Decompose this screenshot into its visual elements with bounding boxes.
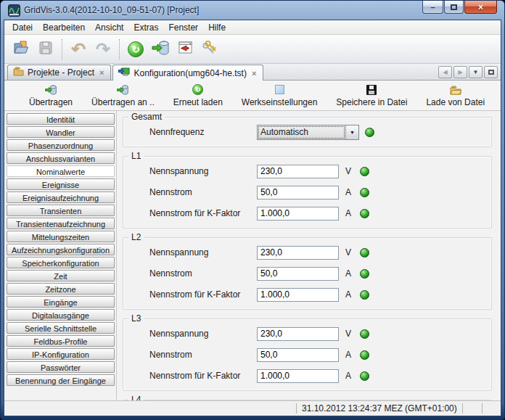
config-device-icon <box>118 67 130 79</box>
sidebar-item-nominalwerte[interactable]: Nominalwerte <box>7 165 115 177</box>
status-led <box>360 167 369 176</box>
sidebar-item-eingaenge[interactable]: Eingänge <box>7 296 115 308</box>
close-button[interactable]: × <box>464 1 497 14</box>
tab-list-button[interactable]: ▼ <box>469 66 483 78</box>
save-button[interactable] <box>33 38 58 61</box>
nominalwerte-form: Gesamt Nennfrequenz Automatisch ▼ L1 <box>116 111 501 400</box>
nennstrom-input[interactable] <box>257 348 339 362</box>
reload-icon: ↻ <box>192 84 204 96</box>
sidebar-item-zeitzone[interactable]: Zeitzone <box>7 283 115 295</box>
sidebar-item-transienten[interactable]: Transienten <box>7 205 115 216</box>
action-label: Übertragen <box>29 97 73 107</box>
maximize-icon <box>451 4 457 10</box>
sidebar-item-serielle-schnittstelle[interactable]: Serielle Schnittstelle <box>7 322 115 334</box>
title-bar[interactable]: GridVis-3.0.4(2012-10-10_09-51-07) [Proj… <box>4 1 501 20</box>
form-row: Nennstrom für K-Faktor A <box>149 206 491 221</box>
action-label: Erneut laden <box>173 97 223 107</box>
sync-devices-button[interactable]: ↻ <box>123 38 148 61</box>
field-label: Nennstrom für K-Faktor <box>149 289 257 300</box>
sidebar-item-speicherkonfiguration[interactable]: Speicherkonfiguration <box>7 257 115 268</box>
menu-bar: Datei Bearbeiten Ansicht Extras Fenster … <box>4 20 501 35</box>
sidebar-item-transientenaufzeichnung[interactable]: Transientenaufzeichnung <box>7 218 115 229</box>
menu-datei[interactable]: Datei <box>7 21 38 34</box>
undo-button[interactable]: ↶ <box>66 38 91 61</box>
open-folder-icon <box>12 39 30 59</box>
maximize-button[interactable] <box>444 1 464 14</box>
sidebar-item-feldbus-profile[interactable]: Feldbus-Profile <box>7 335 115 347</box>
uebertragen-button[interactable]: Übertragen <box>25 83 77 109</box>
tab-scroll-right-button[interactable]: ▶ <box>453 66 467 78</box>
maximize-panel-button[interactable] <box>484 66 498 78</box>
werkseinstellungen-button[interactable]: Werkseinstellungen <box>237 83 322 109</box>
tab-close-icon[interactable]: × <box>98 68 105 77</box>
sidebar-item-ip-konfiguration[interactable]: IP-Konfiguration <box>7 348 115 360</box>
nennstrom-kfaktor-input[interactable] <box>257 369 339 383</box>
database-transfer-icon <box>152 39 169 59</box>
lade-von-datei-button[interactable]: Lade von Datei <box>422 83 489 109</box>
sidebar-item-anschlussvarianten[interactable]: Anschlussvarianten <box>7 152 115 164</box>
field-label: Nennstrom <box>149 350 257 360</box>
uebertragen-an-button[interactable]: Übertragen an .. <box>87 83 159 109</box>
tab-projekte[interactable]: Projekte - Project × <box>7 65 111 80</box>
nennstrom-input[interactable] <box>257 186 339 199</box>
form-row: Nennstrom für K-Faktor A <box>149 287 491 302</box>
tab-scroll-left-button[interactable]: ◀ <box>438 66 452 78</box>
sidebar-item-aufzeichnungskonfiguration[interactable]: Aufzeichnungskonfiguration <box>7 244 115 255</box>
sidebar-item-ereignisse[interactable]: Ereignisse <box>7 178 115 190</box>
menu-bearbeiten[interactable]: Bearbeiten <box>38 21 90 34</box>
section-gesamt: Gesamt Nennfrequenz Automatisch ▼ <box>123 117 492 147</box>
nennstrom-kfaktor-input[interactable] <box>257 207 339 221</box>
section-l1: L1 Nennspannung V Nennstrom A <box>123 156 492 228</box>
section-l4: L4 Nennspannung V Nennstrom A <box>123 400 492 400</box>
menu-fenster[interactable]: Fenster <box>163 21 203 34</box>
statusbar-divider <box>482 403 483 413</box>
menu-hilfe[interactable]: Hilfe <box>203 21 231 34</box>
erneut-laden-button[interactable]: ↻ Erneut laden <box>169 83 227 109</box>
toolbar-separator <box>62 39 62 59</box>
tab-close-icon[interactable]: × <box>250 69 258 78</box>
unit-label: A <box>345 208 357 218</box>
sidebar-item-wandler[interactable]: Wandler <box>7 126 115 138</box>
sidebar-item-benennung-der-eingaenge[interactable]: Benennung der Eingänge <box>7 374 115 386</box>
status-led <box>360 329 369 339</box>
nennfrequenz-dropdown[interactable]: Automatisch ▼ <box>257 125 359 140</box>
unit-label: A <box>345 289 357 300</box>
import-window-button[interactable] <box>173 38 197 61</box>
minimize-button[interactable]: – <box>422 1 443 14</box>
nennspannung-input[interactable] <box>257 246 339 260</box>
sidebar-item-mittelungszeiten[interactable]: Mittelungszeiten <box>7 231 115 242</box>
sidebar-item-zeit[interactable]: Zeit <box>7 270 115 281</box>
nennstrom-kfaktor-input[interactable] <box>257 288 339 302</box>
form-row: Nennspannung V <box>149 326 491 341</box>
sidebar-item-phasenzuordnung[interactable]: Phasenzuordnung <box>7 139 115 151</box>
menu-extras[interactable]: Extras <box>128 21 163 34</box>
redo-button[interactable]: ↷ <box>91 38 115 61</box>
konfiguration-panel: Übertragen Übertragen an .. ↻ Erneut lad… <box>4 81 501 400</box>
keys-icon <box>201 39 218 59</box>
sidebar-item-passwoerter[interactable]: Passwörter <box>7 361 115 373</box>
chevron-right-icon: ▶ <box>458 69 462 75</box>
undo-icon: ↶ <box>71 41 86 58</box>
nennspannung-input[interactable] <box>257 327 339 341</box>
window-import-icon <box>176 39 194 59</box>
nennstrom-input[interactable] <box>257 267 339 281</box>
tab-konfiguration[interactable]: Konfiguration(umg604-he.tst) × <box>112 65 263 81</box>
db-transfer-icon <box>117 84 129 96</box>
tab-label: Konfiguration(umg604-he.tst) <box>134 68 246 78</box>
chevron-down-icon[interactable]: ▼ <box>345 125 358 139</box>
sidebar-item-digitalausgaenge[interactable]: Digitalausgänge <box>7 309 115 321</box>
field-label: Nennstrom <box>149 268 257 279</box>
sidebar-item-ereignisaufzeichnung[interactable]: Ereignisaufzeichnung <box>7 192 115 203</box>
nennspannung-input[interactable] <box>257 165 339 178</box>
section-title: L1 <box>128 151 144 161</box>
sync-icon: ↻ <box>128 41 144 57</box>
section-l3: L3 Nennspannung V Nennstrom A <box>123 318 492 391</box>
transfer-config-button[interactable] <box>148 38 173 61</box>
keys-button[interactable] <box>197 38 222 61</box>
speichere-in-datei-button[interactable]: Speichere in Datei <box>332 83 411 109</box>
sidebar-item-identitaet[interactable]: Identität <box>7 113 115 125</box>
menu-ansicht[interactable]: Ansicht <box>90 21 128 34</box>
open-project-button[interactable] <box>9 38 33 61</box>
main-toolbar: ↶ ↷ ↻ <box>4 35 501 64</box>
tab-strip: Projekte - Project × Konfiguration(umg60… <box>4 64 501 81</box>
